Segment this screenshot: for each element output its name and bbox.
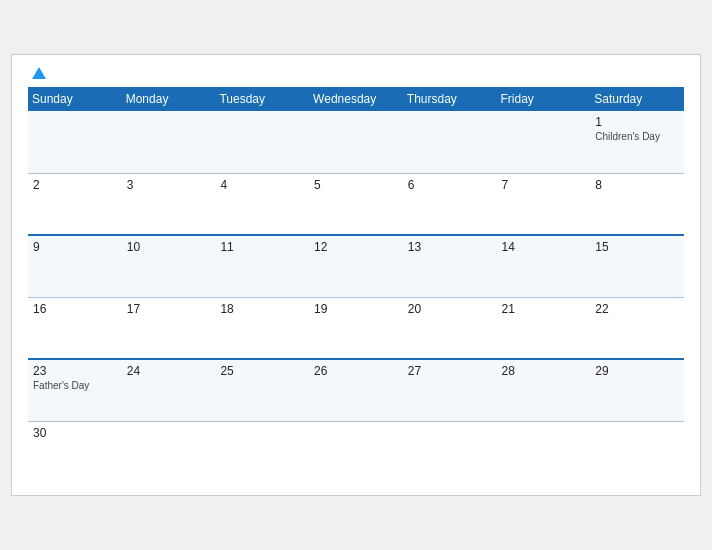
day-of-week-header: Tuesday	[215, 87, 309, 111]
calendar-day-cell: 25	[215, 359, 309, 421]
day-of-week-header: Monday	[122, 87, 216, 111]
day-number: 8	[595, 178, 679, 192]
day-of-week-header: Thursday	[403, 87, 497, 111]
calendar-day-cell: 24	[122, 359, 216, 421]
day-number: 23	[33, 364, 117, 378]
day-number: 18	[220, 302, 304, 316]
day-number: 24	[127, 364, 211, 378]
calendar-table: SundayMondayTuesdayWednesdayThursdayFrid…	[28, 87, 684, 483]
logo-blue-text	[28, 67, 46, 79]
calendar-day-cell: 11	[215, 235, 309, 297]
calendar-day-cell	[122, 111, 216, 173]
day-header-row: SundayMondayTuesdayWednesdayThursdayFrid…	[28, 87, 684, 111]
calendar-day-cell: 2	[28, 173, 122, 235]
calendar-day-cell: 30	[28, 421, 122, 483]
calendar-day-cell	[403, 421, 497, 483]
calendar-week-row: 30	[28, 421, 684, 483]
day-number: 16	[33, 302, 117, 316]
day-number: 1	[595, 115, 679, 129]
day-number: 13	[408, 240, 492, 254]
day-number: 22	[595, 302, 679, 316]
day-number: 27	[408, 364, 492, 378]
calendar-day-cell	[590, 421, 684, 483]
day-number: 29	[595, 364, 679, 378]
calendar-day-cell: 22	[590, 297, 684, 359]
day-number: 25	[220, 364, 304, 378]
calendar-day-cell: 18	[215, 297, 309, 359]
day-of-week-header: Sunday	[28, 87, 122, 111]
calendar-day-cell: 4	[215, 173, 309, 235]
day-number: 5	[314, 178, 398, 192]
calendar-day-cell	[497, 111, 591, 173]
day-number: 30	[33, 426, 117, 440]
calendar-week-row: 23Father's Day242526272829	[28, 359, 684, 421]
calendar-day-cell: 23Father's Day	[28, 359, 122, 421]
calendar-day-cell	[403, 111, 497, 173]
day-number: 3	[127, 178, 211, 192]
calendar-day-cell: 21	[497, 297, 591, 359]
day-number: 19	[314, 302, 398, 316]
calendar-day-cell: 28	[497, 359, 591, 421]
calendar-day-cell: 17	[122, 297, 216, 359]
day-number: 21	[502, 302, 586, 316]
day-number: 28	[502, 364, 586, 378]
day-event: Father's Day	[33, 380, 117, 391]
calendar-day-cell: 27	[403, 359, 497, 421]
day-event: Children's Day	[595, 131, 679, 142]
day-number: 4	[220, 178, 304, 192]
logo-triangle-icon	[32, 67, 46, 79]
calendar-day-cell: 9	[28, 235, 122, 297]
calendar-day-cell: 6	[403, 173, 497, 235]
calendar-header	[28, 67, 684, 79]
calendar-day-cell: 26	[309, 359, 403, 421]
day-number: 10	[127, 240, 211, 254]
calendar-week-row: 9101112131415	[28, 235, 684, 297]
calendar-day-cell: 10	[122, 235, 216, 297]
day-number: 15	[595, 240, 679, 254]
day-number: 9	[33, 240, 117, 254]
logo	[28, 67, 46, 79]
day-number: 6	[408, 178, 492, 192]
day-number: 12	[314, 240, 398, 254]
calendar-day-cell: 12	[309, 235, 403, 297]
calendar-day-cell	[28, 111, 122, 173]
calendar-day-cell: 5	[309, 173, 403, 235]
day-of-week-header: Saturday	[590, 87, 684, 111]
calendar-day-cell: 7	[497, 173, 591, 235]
day-number: 26	[314, 364, 398, 378]
calendar-wrapper: SundayMondayTuesdayWednesdayThursdayFrid…	[11, 54, 701, 496]
calendar-day-cell	[215, 111, 309, 173]
calendar-week-row: 2345678	[28, 173, 684, 235]
day-number: 11	[220, 240, 304, 254]
calendar-day-cell	[497, 421, 591, 483]
calendar-day-cell: 14	[497, 235, 591, 297]
calendar-day-cell: 15	[590, 235, 684, 297]
calendar-day-cell: 16	[28, 297, 122, 359]
calendar-day-cell: 13	[403, 235, 497, 297]
calendar-day-cell	[309, 421, 403, 483]
day-of-week-header: Friday	[497, 87, 591, 111]
calendar-day-cell: 8	[590, 173, 684, 235]
calendar-day-cell	[215, 421, 309, 483]
day-number: 20	[408, 302, 492, 316]
calendar-day-cell	[309, 111, 403, 173]
calendar-day-cell: 1Children's Day	[590, 111, 684, 173]
day-number: 17	[127, 302, 211, 316]
day-number: 7	[502, 178, 586, 192]
day-number: 2	[33, 178, 117, 192]
calendar-week-row: 16171819202122	[28, 297, 684, 359]
calendar-day-cell: 29	[590, 359, 684, 421]
calendar-day-cell: 20	[403, 297, 497, 359]
calendar-day-cell: 3	[122, 173, 216, 235]
day-number: 14	[502, 240, 586, 254]
calendar-week-row: 1Children's Day	[28, 111, 684, 173]
day-of-week-header: Wednesday	[309, 87, 403, 111]
calendar-day-cell: 19	[309, 297, 403, 359]
calendar-day-cell	[122, 421, 216, 483]
